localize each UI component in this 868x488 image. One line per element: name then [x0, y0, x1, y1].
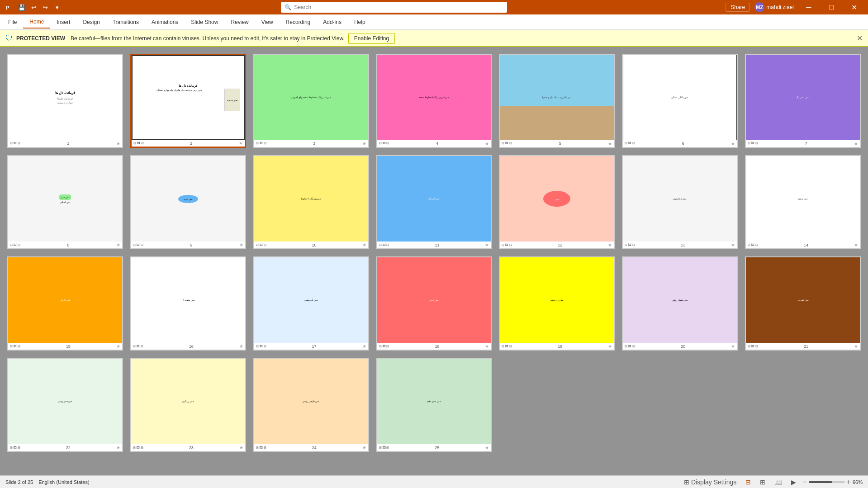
slide-thumb-2[interactable]: فرمانده دل هاصورت مردمتن درس فرمانده دل …: [130, 54, 246, 148]
tab-recording[interactable]: Recording: [280, 16, 317, 28]
slide-thumb-4[interactable]: متن صورتی رنگ با خطوط متعدد⊟ 🖼 ⊟4★: [376, 54, 492, 148]
user-name: mahdi ziaei: [766, 4, 794, 10]
statusbar-right: ⊞ Display Settings ⊟ ⊞ 📖 ▶ − + 66%: [681, 478, 863, 487]
display-settings-button[interactable]: ⊞ Display Settings: [681, 478, 739, 487]
tab-home[interactable]: Home: [23, 16, 50, 28]
tab-slideshow[interactable]: Slide Show: [185, 16, 224, 28]
slide-thumb-13[interactable]: متن خاکستری⊟ 🖼 ⊟13★: [622, 155, 738, 249]
tab-file[interactable]: File: [2, 16, 23, 28]
tab-view[interactable]: View: [255, 16, 280, 28]
slide-thumb-11[interactable]: متن آبی رنگ⊟ 🖼 ⊟11★: [376, 155, 492, 249]
tab-insert[interactable]: Insert: [50, 16, 76, 28]
title-bar-left: P 💾 ↩ ↪ ▾: [4, 2, 62, 13]
slide-thumb-5[interactable]: متن با پس‌زمینه آسمان و صحرا⊟ 🖼 ⊟5★: [499, 54, 615, 148]
zoom-slider[interactable]: [809, 481, 845, 483]
enable-editing-button[interactable]: Enable Editing: [348, 33, 395, 44]
slide-thumb-19[interactable]: متن زرد روشن⊟ 🖼 ⊟19★: [499, 256, 615, 351]
protected-view-message: Be careful—files from the Internet can c…: [71, 35, 345, 42]
app-icon: P: [4, 3, 13, 12]
protected-view-label: PROTECTED VIEW: [16, 35, 65, 42]
search-input[interactable]: [294, 4, 503, 10]
search-icon: 🔍: [285, 4, 291, 10]
avatar: MZ: [754, 2, 764, 12]
slide-thumb-1[interactable]: فرمانده دل هافرمانده دل هاچهارم دبستان⊟ …: [7, 54, 123, 148]
tab-design[interactable]: Design: [76, 16, 106, 28]
main-content: فرمانده دل هافرمانده دل هاچهارم دبستان⊟ …: [0, 47, 868, 475]
title-bar-center: 🔍: [65, 2, 723, 13]
tab-transitions[interactable]: Transitions: [106, 16, 145, 28]
slide-thumb-3[interactable]: متن سبز رنگ با خطوط متعدد برای آموزش⊟ 🖼 …: [253, 54, 369, 148]
zoom-in-button[interactable]: +: [847, 478, 851, 486]
user-menu[interactable]: MZ mahdi ziaei: [752, 1, 797, 13]
shield-icon: 🛡: [5, 34, 13, 43]
save-button[interactable]: 💾: [16, 2, 27, 13]
restore-button[interactable]: □: [821, 0, 842, 14]
svg-text:P: P: [6, 5, 9, 10]
title-bar: P 💾 ↩ ↪ ▾ 🔍 فرمانده دل ها چهارم دبستان […: [0, 0, 868, 14]
slide-sorter-button[interactable]: ⊞: [757, 478, 768, 487]
title-bar-right: Share MZ mahdi ziaei ─ □ ✕: [726, 0, 864, 14]
slide-thumb-18[interactable]: متن قرمز⊟ 🖼 ⊟18★: [376, 256, 492, 351]
share-button[interactable]: Share: [726, 3, 750, 12]
slide-thumb-15[interactable]: متن نارنجی⊟ 🖼 ⊟15★: [7, 256, 123, 351]
display-settings-label: Display Settings: [691, 479, 736, 486]
slide-thumb-7[interactable]: متن بنفش رنگ⊟ 🖼 ⊟7★: [745, 54, 861, 148]
slide-thumb-16[interactable]: متن سفید ۱۶⊟ 🖼 ⊟16★: [130, 256, 246, 351]
protected-view-bar: 🛡 PROTECTED VIEW Be careful—files from t…: [0, 30, 868, 47]
slide-thumb-24[interactable]: متن نارنجی روشن⊟ 🖼 ⊟24★: [253, 358, 369, 452]
slide-thumb-23[interactable]: متن زرد کرم⊟ 🖼 ⊟23★: [130, 358, 246, 452]
tab-animations[interactable]: Animations: [145, 16, 185, 28]
ribbon: FileHomeInsertDesignTransitionsAnimation…: [0, 14, 868, 30]
language-info: English (United States): [38, 479, 90, 485]
slide-thumb-8[interactable]: متن سبزمتن اضافی⊟ 🖼 ⊟8★: [7, 155, 123, 249]
reading-view-button[interactable]: 📖: [772, 478, 785, 487]
slide-thumb-21[interactable]: متن قهوه‌ای⊟ 🖼 ⊟21★: [745, 256, 861, 351]
slide-info: Slide 2 of 25: [5, 479, 33, 485]
ribbon-tabs: FileHomeInsertDesignTransitionsAnimation…: [0, 14, 868, 30]
slide-grid: فرمانده دل هافرمانده دل هاچهارم دبستان⊟ …: [0, 47, 868, 475]
slide-thumb-12[interactable]: متن⊟ 🖼 ⊟12★: [499, 155, 615, 249]
tab-review[interactable]: Review: [224, 16, 255, 28]
close-protected-bar-button[interactable]: ✕: [857, 34, 863, 43]
redo-button[interactable]: ↪: [40, 2, 51, 13]
slide-thumb-9[interactable]: متن دایره⊟ 🖼 ⊟9★: [130, 155, 246, 249]
minimize-button[interactable]: ─: [798, 0, 819, 14]
slide-thumb-17[interactable]: متن آبی روشن⊟ 🖼 ⊟17★: [253, 256, 369, 351]
normal-view-button[interactable]: ⊟: [743, 478, 754, 487]
slide-thumb-22[interactable]: متن سبز روشن⊟ 🖼 ⊟22★: [7, 358, 123, 452]
close-button[interactable]: ✕: [844, 0, 864, 14]
zoom-out-button[interactable]: −: [802, 478, 806, 486]
status-bar: Slide 2 of 25 English (United States) ⊞ …: [0, 475, 868, 488]
display-settings-icon: ⊞: [684, 479, 689, 486]
search-bar[interactable]: 🔍: [281, 2, 507, 13]
slide-thumb-10[interactable]: متن زرد رنگ با خطوط⊟ 🖼 ⊟10★: [253, 155, 369, 249]
slide-thumb-6[interactable]: متن با کادر مشکی⊟ 🖼 ⊟6★: [622, 54, 738, 148]
slideshow-button[interactable]: ▶: [788, 478, 799, 487]
undo-button[interactable]: ↩: [28, 2, 39, 13]
zoom-percent: 66%: [853, 479, 863, 485]
tab-help[interactable]: Help: [348, 16, 372, 28]
zoom-controls: − + 66%: [802, 478, 863, 486]
slide-thumb-14[interactable]: متن سفید⊟ 🖼 ⊟14★: [745, 155, 861, 249]
quick-access-toolbar: 💾 ↩ ↪ ▾: [16, 2, 62, 13]
slide-thumb-25[interactable]: متن سبز ملایم⊟ 🖼 ⊟25★: [376, 358, 492, 452]
tab-addins[interactable]: Add-ins: [317, 16, 348, 28]
slide-thumb-20[interactable]: متن بنفش روشن⊟ 🖼 ⊟20★: [622, 256, 738, 351]
zoom-fill: [809, 481, 833, 483]
customize-button[interactable]: ▾: [52, 2, 62, 13]
